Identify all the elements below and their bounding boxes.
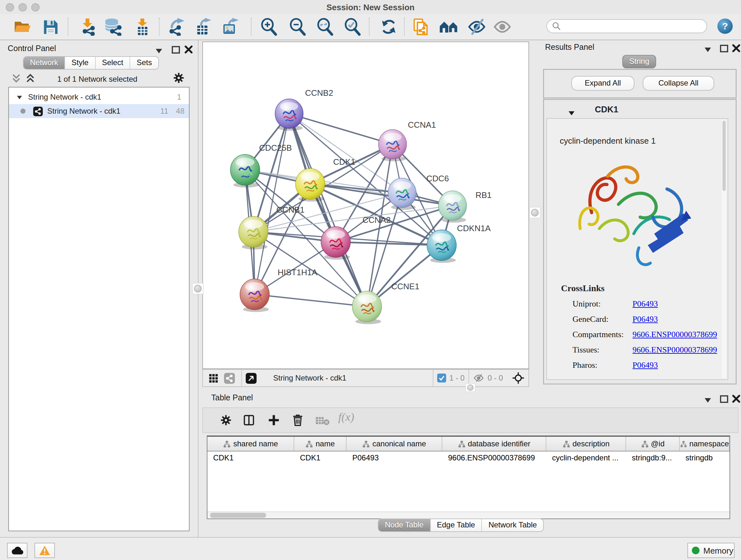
crosslink-link[interactable]: P06493 xyxy=(632,314,658,324)
entry-collapse-icon[interactable] xyxy=(567,109,576,116)
column-header-namespace[interactable]: namespace xyxy=(680,437,730,451)
panel-menu-icon[interactable] xyxy=(703,45,712,53)
tree-expander-icon[interactable] xyxy=(16,94,23,100)
memory-status-dot-icon xyxy=(692,547,699,554)
network-options-gear-icon[interactable] xyxy=(172,71,185,84)
search-input[interactable] xyxy=(561,21,706,31)
collapse-all-button[interactable]: Collapse All xyxy=(643,76,714,91)
delete-column-trash-icon[interactable] xyxy=(291,413,305,427)
tab-string[interactable]: String xyxy=(622,55,657,68)
open-session-button[interactable] xyxy=(13,17,32,37)
zoom-selected-button[interactable] xyxy=(343,17,362,37)
network-row-selected[interactable]: String Network - cdk1 11 48 xyxy=(9,104,189,118)
results-vscrollbar[interactable] xyxy=(722,120,726,378)
panel-float-icon[interactable] xyxy=(718,42,730,54)
network-edge-CCNB2-CCNA1[interactable] xyxy=(289,114,393,144)
birdseye-view-icon[interactable] xyxy=(246,373,257,383)
import-table-from-file-button[interactable] xyxy=(133,17,152,37)
column-header-name[interactable]: name xyxy=(294,437,347,451)
control-panel-title: Control Panel xyxy=(8,44,56,53)
column-type-icon xyxy=(680,440,687,448)
network-node-CCNA1[interactable] xyxy=(379,130,407,161)
network-edge-HIST1H1A-CCNE1[interactable] xyxy=(255,294,367,307)
expand-all-icon[interactable] xyxy=(25,73,35,84)
table-row[interactable]: CDK1CDK1P064939606.ENSP00000378699cyclin… xyxy=(207,451,730,464)
memory-label: Memory xyxy=(703,546,733,555)
panel-float-icon[interactable] xyxy=(170,44,182,56)
tab-network-table[interactable]: Network Table xyxy=(482,519,543,531)
crosslink-link[interactable]: P06493 xyxy=(632,299,658,309)
network-node-label-CDK1: CDK1 xyxy=(333,157,355,167)
export-table-button[interactable] xyxy=(194,17,213,37)
zoom-out-button[interactable] xyxy=(288,17,307,37)
column-header-databaseidentifier[interactable]: database identifier xyxy=(442,437,546,451)
expand-all-button[interactable]: Expand All xyxy=(571,76,634,91)
crosslink-link[interactable]: 9606.ENSP00000378699 xyxy=(632,329,717,340)
table-hscrollbar[interactable] xyxy=(207,511,730,518)
tab-select[interactable]: Select xyxy=(95,57,130,69)
panel-menu-icon[interactable] xyxy=(703,396,712,403)
column-header-canonicalname[interactable]: canonical name xyxy=(347,437,442,451)
collapse-all-icon[interactable] xyxy=(11,73,21,84)
string-home-button[interactable] xyxy=(439,17,458,37)
show-columns-icon[interactable] xyxy=(243,414,255,427)
right-splitter-handle[interactable] xyxy=(529,207,541,219)
hidden-eye-slash-icon[interactable] xyxy=(473,373,484,383)
grid-view-icon[interactable] xyxy=(208,373,219,383)
zoom-in-button[interactable] xyxy=(259,17,278,37)
crosslink-label: Pharos: xyxy=(572,360,597,370)
copy-network-button[interactable] xyxy=(412,17,431,37)
results-panel-title: Results Panel xyxy=(545,43,594,52)
selected-checkbox-icon[interactable] xyxy=(437,374,446,382)
zoom-in-icon xyxy=(260,18,278,36)
crosslink-link[interactable]: 9606.ENSP00000378699 xyxy=(632,345,717,355)
table-cell: 9606.ENSP00000378699 xyxy=(442,451,546,464)
tab-edge-table[interactable]: Edge Table xyxy=(430,519,482,531)
panel-float-icon[interactable] xyxy=(718,393,730,405)
tab-node-table[interactable]: Node Table xyxy=(379,519,430,531)
column-header-sharedname[interactable]: shared name xyxy=(207,437,294,451)
network-canvas[interactable]: CCNB2CCNA1CDC25BCDK1CDC6RB1CCNB1CCNA2CDK… xyxy=(202,42,529,369)
export-network-button[interactable] xyxy=(167,17,186,37)
cloud-status-button[interactable] xyxy=(7,543,27,558)
network-node-CCNE1[interactable] xyxy=(352,291,382,324)
import-network-from-file-button[interactable] xyxy=(78,17,97,37)
results-panel: Results Panel String Expand All Collapse… xyxy=(540,40,738,387)
tab-style[interactable]: Style xyxy=(65,57,95,69)
import-network-from-database-button[interactable] xyxy=(104,17,123,37)
panel-menu-icon[interactable] xyxy=(154,47,163,54)
left-splitter-handle[interactable] xyxy=(192,283,204,294)
tab-network[interactable]: Network xyxy=(23,57,65,69)
warnings-button[interactable] xyxy=(35,543,55,558)
add-column-icon[interactable] xyxy=(267,414,280,427)
network-node-CDK1[interactable] xyxy=(295,169,325,202)
export-image-button[interactable] xyxy=(221,17,240,37)
refresh-view-button[interactable] xyxy=(379,17,398,37)
hide-graphics-details-button[interactable] xyxy=(467,17,486,37)
warning-triangle-icon xyxy=(39,545,51,556)
fit-crosshair-icon[interactable] xyxy=(512,372,525,384)
houses-icon xyxy=(439,18,458,35)
network-node-label-CCNA1: CCNA1 xyxy=(408,120,436,130)
column-header-description[interactable]: description xyxy=(546,437,626,451)
zoom-fit-button[interactable] xyxy=(315,17,334,37)
tab-sets[interactable]: Sets xyxy=(130,57,158,69)
crosslink-link[interactable]: P06493 xyxy=(632,360,658,370)
network-node-CDKN1A[interactable] xyxy=(427,230,456,263)
help-button[interactable]: ? xyxy=(718,18,733,34)
panel-close-icon[interactable] xyxy=(730,42,741,54)
search-icon xyxy=(552,22,561,30)
panel-close-icon[interactable] xyxy=(183,44,195,56)
show-graphics-details-button[interactable] xyxy=(493,17,512,37)
memory-button[interactable]: Memory xyxy=(687,543,735,558)
network-node-CDC25B[interactable] xyxy=(230,154,260,188)
column-header-id[interactable]: @id xyxy=(626,437,680,451)
network-node-HIST1H1A[interactable] xyxy=(240,279,269,312)
share-view-icon[interactable] xyxy=(224,373,235,383)
column-type-icon xyxy=(223,440,231,448)
save-session-button[interactable] xyxy=(41,17,60,37)
network-collection-row[interactable]: String Network - cdk1 1 xyxy=(9,90,189,104)
toolbar-search[interactable] xyxy=(546,19,707,33)
panel-close-icon[interactable] xyxy=(730,393,741,405)
table-options-gear-icon[interactable] xyxy=(219,414,232,427)
